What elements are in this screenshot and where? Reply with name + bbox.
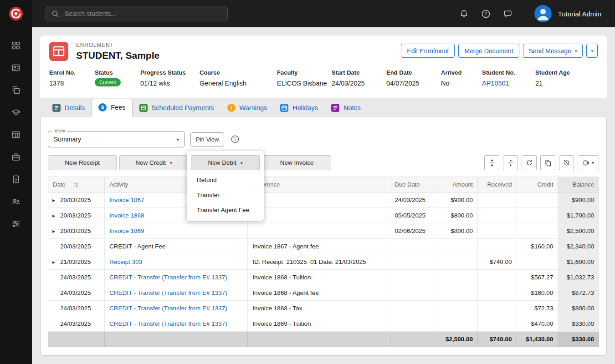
info-end-date: End Date 04/07/2025 xyxy=(386,69,441,87)
sidebar-item-agents[interactable] xyxy=(10,152,21,162)
table-row[interactable]: 24/03/2025 CREDIT - Transfer (Transfer f… xyxy=(48,316,599,332)
edit-enrolment-button[interactable]: Edit Enrolment xyxy=(401,44,455,58)
table-row[interactable]: 20/03/2025 CREDIT - Agent Fee Invoice 18… xyxy=(48,239,599,254)
copy-button[interactable] xyxy=(540,155,555,170)
balance-cell: $330.00 xyxy=(558,316,599,332)
merge-document-button[interactable]: Merge Document xyxy=(458,44,519,58)
activity-link[interactable]: CREDIT - Transfer (Transfer from E# 1337… xyxy=(109,289,227,296)
column-header-received[interactable]: Received xyxy=(477,177,517,192)
view-select-value: Summary xyxy=(48,131,184,147)
new-receipt-button[interactable]: New Receipt xyxy=(48,155,117,170)
expand-row-icon[interactable]: ▶ xyxy=(52,214,55,218)
column-header-amount[interactable]: Amount xyxy=(437,177,478,192)
people-icon xyxy=(11,197,20,206)
table-row[interactable]: 24/03/2025 CREDIT - Transfer (Transfer f… xyxy=(48,301,599,316)
sidebar-item-documents[interactable] xyxy=(10,86,21,95)
reference-cell: Invoice 1868 - Tax xyxy=(248,301,390,316)
date-cell: 24/03/2025 xyxy=(48,316,105,332)
column-header-balance[interactable]: Balance xyxy=(558,177,599,192)
info-value: No xyxy=(441,80,482,87)
info-faculty: Faculty ELICOS Bisbane xyxy=(277,69,332,87)
credit-cell xyxy=(517,208,558,223)
search-input[interactable] xyxy=(64,10,222,18)
sidebar-item-contacts[interactable] xyxy=(10,63,21,72)
activity-link[interactable]: Invoice 1868 xyxy=(109,212,144,219)
tab-details[interactable]: Details xyxy=(46,100,91,116)
column-header-reference[interactable]: Reference xyxy=(248,177,390,192)
collapse-all-button[interactable] xyxy=(503,155,518,170)
menu-item-transfer[interactable]: Transfer xyxy=(191,187,260,202)
totals-spacer xyxy=(390,332,437,347)
expand-all-button[interactable] xyxy=(484,155,499,170)
view-info-button[interactable] xyxy=(231,135,240,144)
table-row[interactable]: ▶20/03/2025 Invoice 1867 24/03/2025 $900… xyxy=(48,192,599,208)
date-cell: 20/03/2025 xyxy=(48,239,105,254)
sidebar-item-timetable[interactable] xyxy=(10,130,21,139)
activity-link[interactable]: Invoice 1867 xyxy=(109,197,144,203)
enrolment-header: ENROLMENT STUDENT, Sample Edit Enrolment… xyxy=(40,35,607,61)
expand-row-icon[interactable]: ▶ xyxy=(52,260,55,264)
sidebar-item-finance[interactable]: S xyxy=(10,175,21,184)
table-row[interactable]: 24/03/2025 CREDIT - Transfer (Transfer f… xyxy=(48,270,599,285)
new-debit-menu: Refund Transfer Transfer Agent Fee xyxy=(191,172,260,217)
activity-link[interactable]: CREDIT - Transfer (Transfer from E# 1337… xyxy=(109,305,227,312)
tab-holidays[interactable]: Holidays xyxy=(273,100,324,116)
send-message-button[interactable]: Send Message▾ xyxy=(523,44,583,58)
help-button[interactable]: ? xyxy=(481,8,492,19)
pin-view-button[interactable]: Pin View xyxy=(190,132,224,147)
info-icon xyxy=(231,135,240,144)
sidebar-item-dashboard[interactable] xyxy=(10,41,21,50)
sidebar-item-settings[interactable] xyxy=(10,219,21,228)
activity-link[interactable]: Invoice 1869 xyxy=(109,228,144,234)
tab-scheduled-payments[interactable]: Scheduled Payments xyxy=(133,100,220,116)
table-row[interactable]: ▶20/03/2025 Invoice 1868 05/05/2025 $800… xyxy=(48,208,599,223)
balance-cell: $2,340.00 xyxy=(558,239,599,254)
activity-link[interactable]: CREDIT - Transfer (Transfer from E# 1337… xyxy=(109,274,227,281)
tab-label: Warnings xyxy=(240,104,267,111)
new-debit-label: New Debit xyxy=(208,159,236,166)
brand-logo-icon xyxy=(8,5,24,22)
credit-cell: $567.27 xyxy=(517,270,558,285)
new-debit-button[interactable]: New Debit▾ xyxy=(191,155,260,170)
tab-notes[interactable]: Notes xyxy=(324,100,367,116)
tab-warnings[interactable]: ! Warnings xyxy=(220,100,274,116)
menu-item-transfer-agent-fee[interactable]: Transfer Agent Fee xyxy=(191,202,260,217)
tab-fees[interactable]: $ Fees xyxy=(91,99,132,116)
new-invoice-button[interactable]: New Invoice xyxy=(262,155,331,170)
tab-label: Notes xyxy=(343,104,361,111)
table-row[interactable]: 24/03/2025 CREDIT - Transfer (Transfer f… xyxy=(48,285,599,301)
send-message-label: Send Message xyxy=(529,47,571,55)
sidebar-item-groups[interactable] xyxy=(10,197,21,206)
due-date-cell xyxy=(390,316,437,332)
activity-cell: CREDIT - Transfer (Transfer from E# 1337… xyxy=(104,316,247,332)
column-header-date[interactable]: Date↑1 xyxy=(48,177,105,192)
activity-link[interactable]: Receipt 303 xyxy=(109,258,142,265)
expand-row-icon[interactable]: ▶ xyxy=(52,229,55,233)
activity-link[interactable]: CREDIT - Transfer (Transfer from E# 1337… xyxy=(109,320,227,327)
activity-cell: CREDIT - Transfer (Transfer from E# 1337… xyxy=(104,270,247,285)
column-header-due-date[interactable]: Due Date xyxy=(390,177,437,192)
app-logo[interactable] xyxy=(0,0,32,27)
received-cell xyxy=(477,208,517,223)
activity-cell: CREDIT - Agent Fee xyxy=(104,239,247,254)
history-button[interactable] xyxy=(559,155,574,170)
sidebar-item-courses[interactable] xyxy=(10,108,21,117)
notifications-button[interactable] xyxy=(459,8,470,19)
expand-row-icon[interactable]: ▶ xyxy=(52,198,55,202)
student-no-link[interactable]: AP10501 xyxy=(482,80,535,87)
user-avatar[interactable] xyxy=(534,5,552,22)
menu-item-refund[interactable]: Refund xyxy=(191,172,260,187)
table-row[interactable]: ▶20/03/2025 Invoice 1869 02/06/2025 $800… xyxy=(48,223,599,239)
amount-cell xyxy=(437,316,478,332)
more-actions-button[interactable]: ▾ xyxy=(586,44,598,58)
export-button[interactable]: ▾ xyxy=(578,155,599,170)
feedback-button[interactable] xyxy=(502,8,513,19)
refresh-button[interactable] xyxy=(522,155,537,170)
chevron-down-icon: ▾ xyxy=(591,49,593,53)
new-credit-button[interactable]: New Credit▾ xyxy=(119,155,188,170)
warnings-icon: ! xyxy=(227,103,236,112)
table-row[interactable]: ▶21/03/2025 Receipt 303 ID: Receipt_2103… xyxy=(48,254,599,270)
column-header-credit[interactable]: Credit xyxy=(517,177,558,192)
fees-panel: View Summary ▾ Pin View New Receipt New … xyxy=(40,116,607,356)
view-select[interactable]: View Summary ▾ xyxy=(48,131,184,147)
